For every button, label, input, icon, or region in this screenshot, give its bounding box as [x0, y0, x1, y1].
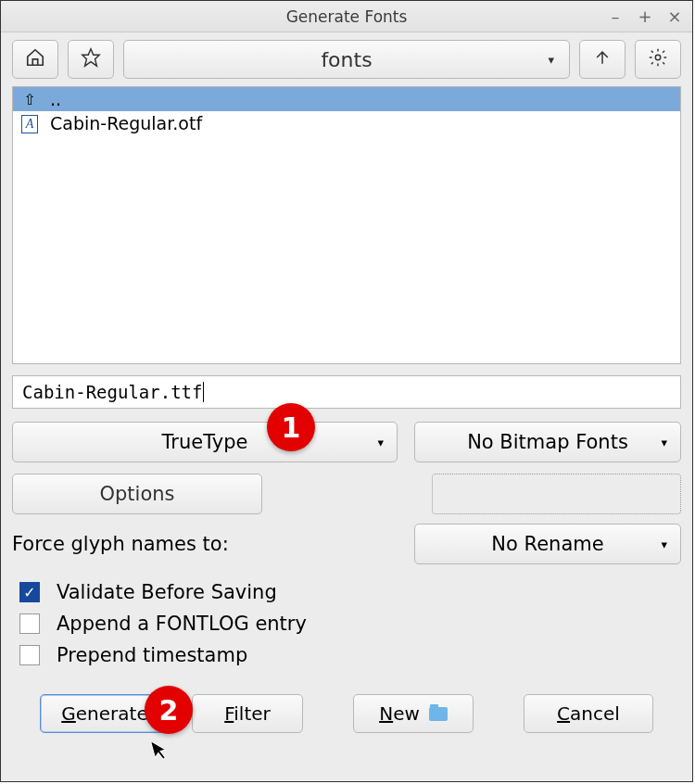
- timestamp-checkbox-row[interactable]: Prepend timestamp: [12, 644, 681, 666]
- format-value: TrueType: [162, 431, 248, 453]
- options-button[interactable]: Options: [12, 474, 262, 514]
- fontlog-checkbox-row[interactable]: Append a FONTLOG entry: [12, 613, 681, 635]
- bookmark-button[interactable]: [68, 40, 114, 79]
- close-button[interactable]: ×: [664, 6, 685, 26]
- home-button[interactable]: [12, 40, 58, 79]
- bitmap-value: No Bitmap Fonts: [467, 431, 628, 453]
- star-icon: [81, 47, 101, 71]
- timestamp-checkbox[interactable]: [19, 645, 40, 665]
- rename-dropdown[interactable]: No Rename ▾: [414, 524, 681, 564]
- svg-marker-0: [82, 49, 99, 66]
- chevron-down-icon: ▾: [661, 537, 667, 551]
- filename-input[interactable]: Cabin-Regular.ttf: [12, 375, 681, 409]
- up-arrow-icon: ⇧: [20, 91, 39, 108]
- generate-fonts-dialog: Generate Fonts – + × fonts ▾: [0, 0, 693, 782]
- file-name: Cabin-Regular.otf: [50, 113, 202, 133]
- fontlog-checkbox[interactable]: [19, 613, 40, 634]
- chevron-down-icon: ▾: [661, 436, 667, 449]
- validate-checkbox[interactable]: ✓: [19, 582, 40, 602]
- list-item[interactable]: ⇧ ..: [13, 87, 680, 111]
- output-format-dropdown[interactable]: TrueType ▾: [12, 422, 398, 462]
- path-toolbar: fonts ▾: [12, 40, 681, 79]
- settings-button[interactable]: [635, 40, 681, 79]
- minimize-button[interactable]: –: [605, 6, 626, 26]
- window-title: Generate Fonts: [1, 7, 692, 26]
- up-arrow-icon: [593, 48, 612, 70]
- titlebar: Generate Fonts – + ×: [1, 1, 692, 32]
- new-button[interactable]: New: [353, 694, 474, 733]
- empty-slot: [432, 474, 681, 514]
- up-button[interactable]: [579, 40, 626, 79]
- filename-value: Cabin-Regular.ttf: [22, 382, 202, 402]
- list-item[interactable]: A Cabin-Regular.otf: [13, 111, 680, 135]
- font-file-icon: A: [20, 114, 39, 133]
- file-list[interactable]: ⇧ .. A Cabin-Regular.otf: [12, 86, 681, 364]
- chevron-down-icon: ▾: [377, 436, 384, 449]
- cancel-button[interactable]: Cancel: [524, 694, 653, 733]
- gear-icon: [648, 47, 668, 71]
- generate-button[interactable]: Generate: [40, 694, 170, 733]
- home-icon: [25, 47, 45, 71]
- path-dropdown[interactable]: fonts ▾: [123, 40, 570, 79]
- timestamp-label: Prepend timestamp: [57, 644, 247, 666]
- bitmap-fonts-dropdown[interactable]: No Bitmap Fonts ▾: [414, 422, 681, 462]
- svg-point-1: [655, 55, 661, 60]
- folder-icon: [429, 707, 448, 721]
- filter-button[interactable]: Filter: [192, 694, 303, 733]
- path-label: fonts: [321, 48, 372, 71]
- validate-label: Validate Before Saving: [57, 581, 277, 603]
- maximize-button[interactable]: +: [635, 6, 655, 26]
- chevron-down-icon: ▾: [548, 53, 554, 67]
- fontlog-label: Append a FONTLOG entry: [57, 613, 307, 635]
- glyph-names-label: Force glyph names to:: [12, 533, 398, 555]
- validate-checkbox-row[interactable]: ✓ Validate Before Saving: [12, 581, 681, 603]
- rename-value: No Rename: [491, 533, 603, 555]
- file-name: ..: [50, 89, 61, 109]
